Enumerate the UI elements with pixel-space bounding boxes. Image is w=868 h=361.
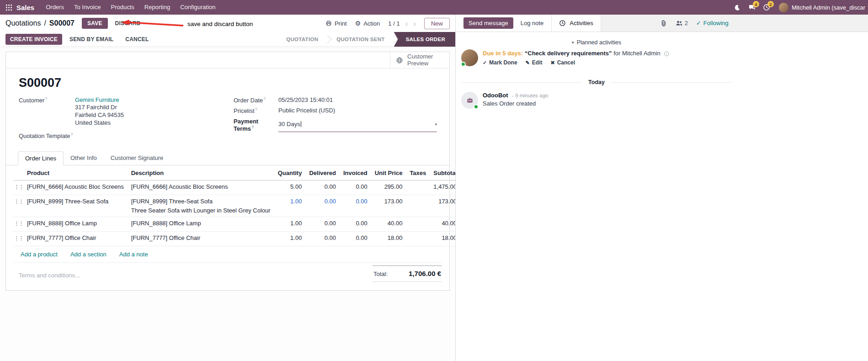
cell-description[interactable]: [FURN_8888] Office Lamp: [128, 217, 274, 232]
col-unit-price[interactable]: Unit Price: [371, 165, 406, 180]
cell-quantity[interactable]: 1.00: [274, 232, 306, 246]
cell-delivered[interactable]: 0.00: [305, 180, 340, 195]
cell-unit-price[interactable]: 40.00: [371, 217, 406, 232]
topbar-menu-item[interactable]: Orders: [41, 0, 69, 15]
cell-quantity[interactable]: 1.00: [274, 195, 306, 217]
drag-handle-icon[interactable]: [14, 199, 23, 204]
log-note-button[interactable]: Log note: [521, 20, 544, 27]
add-line-link[interactable]: Add a product: [21, 251, 58, 258]
cell-quantity[interactable]: 5.00: [274, 180, 306, 195]
order-line-row[interactable]: [FURN_7777] Office Chair [FURN_7777] Off…: [13, 232, 455, 246]
topbar-menu-item[interactable]: Reporting: [139, 0, 175, 15]
notebook-tab[interactable]: Other Info: [64, 151, 104, 165]
col-product[interactable]: Product: [23, 165, 128, 180]
status-step[interactable]: SALES ORDER: [394, 32, 455, 47]
cell-unit-price[interactable]: 295.00: [371, 180, 406, 195]
cell-taxes[interactable]: [406, 232, 430, 246]
topbar-menu-item[interactable]: Configuration: [175, 0, 220, 15]
col-quantity[interactable]: Quantity: [274, 165, 306, 180]
add-line-link[interactable]: Add a section: [70, 251, 107, 258]
cell-subtotal: 40.00 €: [430, 217, 455, 232]
messages-icon[interactable]: 4: [745, 0, 759, 15]
cell-taxes[interactable]: [406, 180, 430, 195]
dark-mode-moon-icon[interactable]: [730, 0, 744, 15]
cell-description[interactable]: [FURN_7777] Office Chair: [128, 232, 274, 246]
activity-action-button[interactable]: ✎ Edit: [526, 59, 543, 66]
cell-product[interactable]: [FURN_8999] Three-Seat Sofa: [23, 195, 128, 217]
col-subtotal[interactable]: Subtotal: [430, 165, 455, 180]
cancel-button[interactable]: CANCEL: [121, 34, 153, 45]
app-name[interactable]: Sales: [16, 4, 34, 11]
topbar-menu-item[interactable]: To Invoice: [69, 0, 106, 15]
cell-subtotal: 1,475.00 €: [430, 180, 455, 195]
send-message-button[interactable]: Send message: [463, 17, 513, 29]
order-line-row[interactable]: [FURN_6666] Acoustic Bloc Screens [FURN_…: [13, 180, 455, 195]
quotation-template-field[interactable]: Quotation Template?: [19, 132, 234, 139]
status-step[interactable]: QUOTATION: [277, 32, 327, 47]
user-menu[interactable]: Mitchell Admin (save_discar: [774, 3, 865, 12]
drag-handle-icon[interactable]: [14, 221, 23, 226]
cell-delivered[interactable]: 0.00: [305, 232, 340, 246]
payment-terms-field: Payment Terms? 30 Days ▾: [234, 118, 442, 132]
topbar-menu-item[interactable]: Products: [106, 0, 139, 15]
col-taxes[interactable]: Taxes: [406, 165, 430, 180]
cell-invoiced[interactable]: 0.00: [340, 232, 371, 246]
dropdown-caret-icon[interactable]: ▾: [435, 122, 437, 127]
cell-description[interactable]: [FURN_8999] Three-Seat Sofa Three Seater…: [128, 195, 274, 217]
notebook-tab[interactable]: Customer Signature: [104, 151, 170, 165]
cell-invoiced[interactable]: 0.00: [340, 180, 371, 195]
cell-invoiced[interactable]: 0.00: [340, 195, 371, 217]
cell-taxes[interactable]: [406, 195, 430, 217]
cell-delivered[interactable]: 0.00: [305, 217, 340, 232]
cell-quantity[interactable]: 1.00: [274, 217, 306, 232]
cell-product[interactable]: [FURN_7777] Office Chair: [23, 232, 128, 246]
message-author[interactable]: OdooBot: [483, 92, 508, 99]
planned-activities-header[interactable]: ▾ Planned activities: [461, 39, 732, 46]
cell-description[interactable]: [FURN_6666] Acoustic Bloc Screens: [128, 180, 274, 195]
cell-product[interactable]: [FURN_8888] Office Lamp: [23, 217, 128, 232]
col-description[interactable]: Description: [128, 165, 274, 180]
followers-button[interactable]: 2: [676, 20, 688, 27]
apps-grid-icon[interactable]: [2, 0, 16, 15]
cell-product[interactable]: [FURN_6666] Acoustic Bloc Screens: [23, 180, 128, 195]
order-line-row[interactable]: [FURN_8999] Three-Seat Sofa [FURN_8999] …: [13, 195, 455, 217]
order-line-row[interactable]: [FURN_8888] Office Lamp [FURN_8888] Offi…: [13, 217, 455, 232]
pager-previous-icon[interactable]: ‹: [405, 20, 408, 27]
following-button[interactable]: ✓ Following: [696, 20, 729, 27]
new-button[interactable]: New: [424, 18, 450, 29]
pricelist-value[interactable]: Public Pricelist (USD): [278, 107, 335, 114]
payment-terms-input[interactable]: 30 Days ▾: [278, 118, 437, 132]
order-date-value[interactable]: 05/25/2023 15:40:01: [278, 96, 333, 104]
create-invoice-button[interactable]: CREATE INVOICE: [5, 34, 62, 45]
notebook-tab[interactable]: Order Lines: [18, 151, 64, 165]
paperclip-icon[interactable]: [660, 20, 667, 27]
col-delivered[interactable]: Delivered: [305, 165, 340, 180]
activities-clock-icon[interactable]: 2: [760, 0, 773, 15]
cell-unit-price[interactable]: 173.00: [371, 195, 406, 217]
terms-and-conditions-placeholder[interactable]: Terms and conditions...: [13, 265, 80, 279]
add-line-link[interactable]: Add a note: [119, 251, 148, 258]
col-invoiced[interactable]: Invoiced: [340, 165, 371, 180]
customer-preview-button[interactable]: Customer Preview: [390, 52, 449, 68]
print-button[interactable]: Print: [325, 20, 347, 27]
cell-invoiced[interactable]: 0.00: [340, 217, 371, 232]
customer-link[interactable]: Gemini Furniture: [75, 96, 119, 103]
status-step[interactable]: QUOTATION SENT: [327, 32, 394, 47]
cell-delivered[interactable]: 0.00: [305, 195, 340, 217]
cell-unit-price[interactable]: 18.00: [371, 232, 406, 246]
drag-handle-icon[interactable]: [14, 184, 23, 190]
activities-tab[interactable]: Activities: [552, 15, 601, 32]
cell-taxes[interactable]: [406, 217, 430, 232]
info-icon[interactable]: [664, 51, 670, 57]
followers-count: 2: [685, 20, 688, 27]
breadcrumb-current: S00007: [49, 19, 75, 27]
drag-handle-icon[interactable]: [14, 235, 23, 241]
action-menu-button[interactable]: ⚙ Action: [355, 20, 380, 27]
pager-next-icon[interactable]: ›: [413, 20, 416, 27]
breadcrumb-quotations-link[interactable]: Quotations: [5, 19, 41, 27]
activity-action-button[interactable]: ✓ Mark Done: [483, 59, 517, 66]
followers-icon: [676, 20, 683, 27]
activity-action-button[interactable]: ✖ Cancel: [550, 59, 575, 66]
save-button[interactable]: SAVE: [82, 18, 108, 29]
send-by-email-button[interactable]: SEND BY EMAIL: [65, 34, 118, 45]
